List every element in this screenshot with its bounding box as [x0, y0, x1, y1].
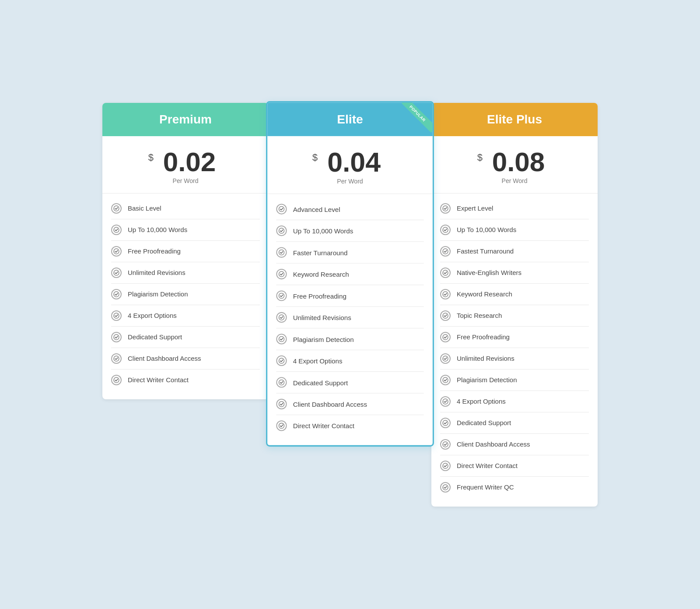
feature-item: Fastest Turnaround: [440, 241, 589, 262]
svg-point-19: [279, 423, 284, 428]
check-icon: [440, 353, 451, 364]
check-icon: [111, 375, 122, 385]
pricing-container: Premium $ 0.02 Per Word Basic Level: [88, 103, 612, 507]
feature-text: 4 Export Options: [457, 398, 506, 405]
price-per-word: Per Word: [440, 177, 589, 184]
feature-item: Free Proofreading: [276, 285, 424, 306]
feature-item: Direct Writer Contact: [440, 455, 589, 477]
svg-point-20: [443, 206, 448, 211]
feature-item: Client Dashboard Access: [111, 348, 260, 370]
check-icon: [440, 203, 451, 214]
feature-item: Topic Research: [440, 305, 589, 327]
feature-text: Plagiarism Detection: [128, 290, 188, 298]
feature-text: Up To 10,000 Words: [128, 226, 187, 233]
svg-point-21: [443, 227, 448, 232]
check-icon: [276, 334, 287, 344]
check-icon: [276, 268, 287, 279]
svg-point-32: [443, 463, 448, 468]
feature-item: Unlimited Revisions: [440, 348, 589, 370]
svg-point-3: [114, 270, 119, 275]
check-icon: [440, 482, 451, 493]
feature-text: Unlimited Revisions: [293, 313, 351, 321]
svg-point-5: [114, 313, 119, 318]
feature-item: Up To 10,000 Words: [440, 219, 589, 241]
feature-text: Direct Writer Contact: [457, 462, 518, 469]
feature-item: Plagiarism Detection: [111, 284, 260, 305]
svg-point-11: [279, 250, 284, 255]
check-icon: [276, 420, 287, 431]
feature-text: Advanced Level: [293, 205, 340, 212]
svg-point-22: [443, 249, 448, 254]
check-icon: [276, 355, 287, 366]
check-icon: [440, 439, 451, 450]
check-icon: [440, 225, 451, 235]
features-list: Basic Level Up To 10,000 Words: [102, 194, 269, 399]
feature-item: Keyword Research: [440, 284, 589, 305]
feature-text: Plagiarism Detection: [293, 335, 354, 342]
svg-point-27: [443, 356, 448, 361]
feature-text: Faster Turnaround: [293, 248, 348, 256]
feature-text: Free Proofreading: [293, 292, 346, 299]
check-icon: [111, 246, 122, 257]
svg-point-28: [443, 377, 448, 383]
feature-text: Client Dashboard Access: [457, 440, 530, 448]
feature-text: Direct Writer Contact: [128, 376, 189, 384]
price-section: $ 0.08 Per Word: [431, 136, 598, 194]
feature-item: Client Dashboard Access: [276, 393, 424, 415]
feature-text: Keyword Research: [293, 270, 349, 278]
feature-text: Unlimited Revisions: [457, 355, 514, 362]
price-amount: 0.02: [163, 148, 216, 176]
check-icon: [440, 461, 451, 471]
plan-card-elite: POPULAR Elite $ 0.04 Per Word: [266, 101, 434, 447]
feature-text: Client Dashboard Access: [128, 355, 201, 362]
feature-text: 4 Export Options: [293, 357, 343, 364]
feature-text: Up To 10,000 Words: [457, 226, 516, 233]
svg-point-2: [114, 249, 119, 254]
svg-point-17: [279, 380, 284, 385]
feature-text: Direct Writer Contact: [293, 422, 354, 429]
plan-title: Elite: [337, 112, 363, 126]
price-section: $ 0.04 Per Word: [267, 136, 433, 194]
feature-text: Keyword Research: [457, 290, 512, 298]
svg-point-7: [114, 356, 119, 361]
feature-item: Free Proofreading: [440, 327, 589, 348]
svg-point-26: [443, 334, 448, 340]
price-dollar: $: [477, 152, 483, 163]
svg-point-25: [443, 313, 448, 318]
svg-point-8: [114, 377, 119, 383]
feature-text: Basic Level: [128, 204, 161, 212]
check-icon: [276, 247, 287, 257]
svg-point-9: [279, 206, 284, 211]
feature-item: Client Dashboard Access: [440, 434, 589, 455]
check-icon: [111, 268, 122, 278]
plan-card-elite-plus: Elite Plus $ 0.08 Per Word Expert Le: [431, 103, 598, 507]
check-icon: [111, 310, 122, 321]
feature-text: Client Dashboard Access: [293, 400, 367, 408]
feature-item: Up To 10,000 Words: [111, 219, 260, 241]
svg-point-29: [443, 399, 448, 404]
feature-item: Faster Turnaround: [276, 242, 424, 263]
feature-item: Advanced Level: [276, 198, 424, 220]
svg-point-13: [279, 293, 284, 298]
plan-title: Premium: [159, 113, 212, 126]
features-list: Advanced Level Up To 10,000 Words: [267, 194, 433, 445]
price-dollar: $: [312, 152, 318, 163]
feature-item: Dedicated Support: [440, 412, 589, 434]
feature-text: Fastest Turnaround: [457, 247, 514, 255]
check-icon: [276, 312, 287, 322]
check-icon: [111, 225, 122, 235]
check-icon: [111, 332, 122, 342]
popular-badge: POPULAR: [402, 102, 433, 134]
feature-item: Native-English Writers: [440, 262, 589, 284]
feature-item: Plagiarism Detection: [440, 370, 589, 391]
feature-item: Direct Writer Contact: [276, 415, 424, 436]
svg-point-6: [114, 334, 119, 340]
feature-item: Unlimited Revisions: [276, 306, 424, 328]
feature-text: Topic Research: [457, 312, 502, 319]
check-icon: [111, 289, 122, 299]
svg-point-23: [443, 270, 448, 275]
feature-item: Direct Writer Contact: [111, 370, 260, 391]
svg-point-33: [443, 485, 448, 490]
check-icon: [440, 246, 451, 257]
feature-text: Dedicated Support: [293, 378, 348, 386]
